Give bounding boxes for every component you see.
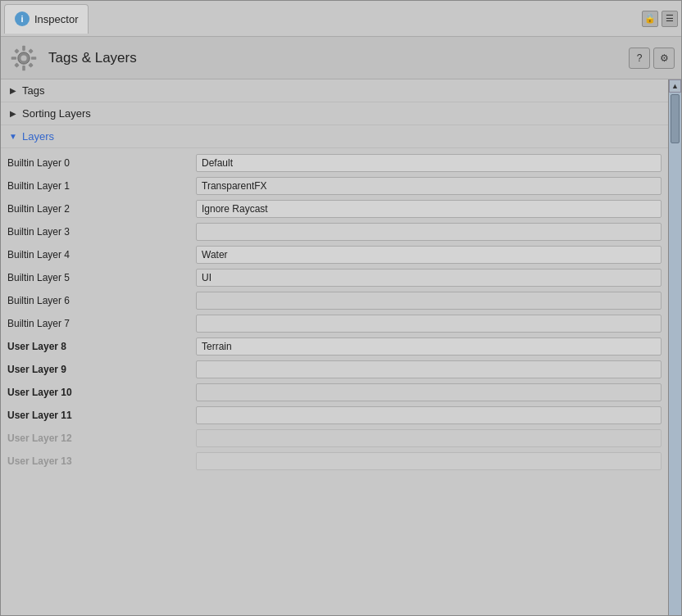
inspector-window: i Inspector 🔒 ☰ Tags & <box>0 0 682 616</box>
layer-label-3: Builtin Layer 3 <box>7 220 196 243</box>
svg-rect-7 <box>28 48 33 53</box>
layers-label: Layers <box>22 130 54 143</box>
menu-button[interactable]: ☰ <box>662 11 678 27</box>
layer-label-6: Builtin Layer 6 <box>7 289 196 312</box>
gear-icon <box>7 42 40 75</box>
layer-input-9[interactable] <box>196 360 662 378</box>
svg-point-1 <box>20 55 26 61</box>
layer-input-cell-6 <box>196 289 662 312</box>
layer-input-cell-5 <box>196 266 662 289</box>
layer-input-cell-4 <box>196 243 662 266</box>
layer-input-10[interactable] <box>196 383 662 401</box>
layers-content: Builtin Layer 0Builtin Layer 1Builtin La… <box>1 148 668 479</box>
layer-label-12: User Layer 12 <box>7 427 196 450</box>
table-row: Builtin Layer 0 <box>7 152 662 174</box>
layer-input-8[interactable] <box>196 337 662 356</box>
scroll-up-arrow[interactable]: ▲ <box>669 79 681 93</box>
layer-label-10: User Layer 10 <box>7 381 196 404</box>
scroll-thumb[interactable] <box>671 94 680 143</box>
layer-input-6[interactable] <box>196 292 662 310</box>
layer-input-cell-12 <box>196 427 662 450</box>
layer-input-cell-7 <box>196 312 662 335</box>
layer-label-2: Builtin Layer 2 <box>7 197 196 220</box>
inspector-tab[interactable]: i Inspector <box>4 4 89 34</box>
sorting-layers-section-header[interactable]: ▶ Sorting Layers <box>1 102 668 125</box>
table-row: User Layer 9 <box>7 358 662 381</box>
panel-title: Tags & Layers <box>48 50 629 66</box>
svg-rect-8 <box>14 62 19 67</box>
svg-rect-3 <box>22 66 25 70</box>
svg-rect-9 <box>28 62 33 67</box>
table-row: User Layer 13 <box>7 450 662 473</box>
layer-label-1: Builtin Layer 1 <box>7 174 196 197</box>
layer-label-4: Builtin Layer 4 <box>7 243 196 266</box>
layer-input-cell-10 <box>196 381 662 404</box>
inspector-tab-label: Inspector <box>34 13 78 25</box>
table-row: Builtin Layer 7 <box>7 312 662 335</box>
layer-input-13[interactable] <box>196 452 662 470</box>
layer-input-2[interactable] <box>196 200 662 218</box>
tags-section-header[interactable]: ▶ Tags <box>1 79 668 102</box>
tab-bar: i Inspector 🔒 ☰ <box>1 1 681 37</box>
layer-input-11[interactable] <box>196 406 662 424</box>
layer-label-11: User Layer 11 <box>7 404 196 427</box>
table-row: User Layer 8 <box>7 335 662 358</box>
layer-label-13: User Layer 13 <box>7 450 196 473</box>
layer-label-8: User Layer 8 <box>7 335 196 358</box>
content-area: ▶ Tags ▶ Sorting Layers ▼ Layers Builtin… <box>1 79 681 615</box>
layer-input-cell-9 <box>196 358 662 381</box>
table-row: Builtin Layer 5 <box>7 266 662 289</box>
table-row: User Layer 10 <box>7 381 662 404</box>
layer-input-cell-11 <box>196 404 662 427</box>
layers-arrow: ▼ <box>7 131 19 143</box>
svg-rect-5 <box>31 57 36 60</box>
header-buttons: ? ⚙ <box>629 48 675 69</box>
table-row: Builtin Layer 6 <box>7 289 662 312</box>
layer-input-cell-1 <box>196 174 662 197</box>
svg-rect-2 <box>22 45 25 50</box>
layer-label-9: User Layer 9 <box>7 358 196 381</box>
layer-input-cell-3 <box>196 220 662 243</box>
layer-input-12[interactable] <box>196 429 662 447</box>
layer-input-cell-2 <box>196 197 662 220</box>
table-row: Builtin Layer 2 <box>7 197 662 220</box>
layer-input-1[interactable] <box>196 177 662 195</box>
tags-arrow: ▶ <box>7 85 19 97</box>
sorting-layers-label: Sorting Layers <box>22 107 91 120</box>
layer-input-7[interactable] <box>196 315 662 333</box>
table-row: Builtin Layer 4 <box>7 243 662 266</box>
layers-section-header[interactable]: ▼ Layers <box>1 125 668 148</box>
scrollbar[interactable]: ▲ <box>668 79 681 615</box>
layer-input-4[interactable] <box>196 246 662 264</box>
layer-input-cell-13 <box>196 450 662 473</box>
layer-input-3[interactable] <box>196 223 662 241</box>
layers-table: Builtin Layer 0Builtin Layer 1Builtin La… <box>7 152 662 473</box>
layer-input-cell-8 <box>196 335 662 358</box>
svg-rect-4 <box>11 57 16 60</box>
table-row: User Layer 11 <box>7 404 662 427</box>
table-row: Builtin Layer 1 <box>7 174 662 197</box>
sorting-layers-arrow: ▶ <box>7 108 19 120</box>
svg-rect-6 <box>14 48 19 53</box>
table-row: Builtin Layer 3 <box>7 220 662 243</box>
layer-input-0[interactable] <box>196 154 662 172</box>
layer-input-cell-0 <box>196 152 662 174</box>
settings-button[interactable]: ⚙ <box>653 48 675 69</box>
help-button[interactable]: ? <box>629 48 650 69</box>
inspector-tab-icon: i <box>15 11 30 26</box>
layer-label-0: Builtin Layer 0 <box>7 152 196 174</box>
layer-input-5[interactable] <box>196 269 662 287</box>
layer-label-7: Builtin Layer 7 <box>7 312 196 335</box>
panel-header: Tags & Layers ? ⚙ <box>1 37 681 79</box>
main-content: ▶ Tags ▶ Sorting Layers ▼ Layers Builtin… <box>1 79 668 615</box>
tags-label: Tags <box>22 84 44 97</box>
table-row: User Layer 12 <box>7 427 662 450</box>
tab-bar-controls: 🔒 ☰ <box>642 11 678 27</box>
layer-label-5: Builtin Layer 5 <box>7 266 196 289</box>
lock-button[interactable]: 🔒 <box>642 11 658 27</box>
